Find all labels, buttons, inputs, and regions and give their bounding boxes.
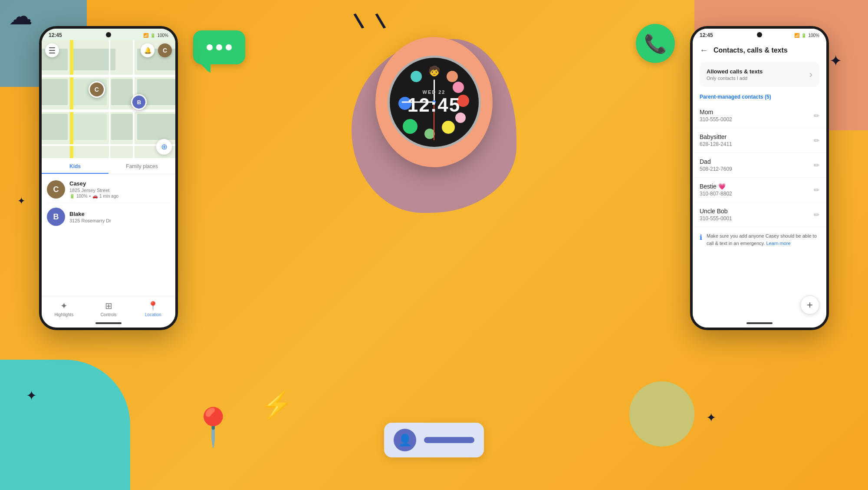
blake-avatar: B — [47, 208, 65, 226]
mom-info: Mom 310-555-0002 — [700, 109, 814, 122]
chat-dot-1 — [207, 44, 213, 50]
hamburger-button[interactable] — [45, 43, 59, 57]
chat-dot-3 — [226, 44, 232, 50]
left-home-indicator — [95, 322, 122, 324]
blake-name: Blake — [69, 211, 170, 217]
dad-phone: 508-212-7609 — [700, 166, 814, 172]
right-phone-time: 12:45 — [700, 32, 713, 38]
allowed-calls-card[interactable]: Allowed calls & texts Only contacts I ad… — [700, 62, 819, 87]
babysitter-edit-icon[interactable]: ✏ — [814, 136, 819, 145]
contacts-title: Contacts, calls & texts — [713, 46, 788, 54]
uncle-bob-info: Uncle Bob 310-555-0001 — [700, 208, 814, 222]
bg-blob-teal — [0, 360, 130, 490]
cloud-doodle: ☁ — [9, 4, 33, 28]
back-button[interactable]: ← — [700, 45, 708, 55]
battery-label: 100% — [157, 33, 168, 38]
nav-location[interactable]: 📍 Location — [131, 296, 175, 321]
tab-kids[interactable]: Kids — [42, 158, 108, 174]
nav-highlights[interactable]: ✦ Highlights — [42, 296, 86, 321]
right-phone-status-bar: 12:45 📶 🔋 100% — [693, 29, 826, 40]
chevron-right-icon: › — [809, 69, 812, 80]
uncle-bob-phone: 310-555-0001 — [700, 215, 814, 222]
nav-controls[interactable]: ⊞ Controls — [86, 296, 131, 321]
contact-uncle-bob[interactable]: Uncle Bob 310-555-0001 ✏ — [693, 202, 826, 227]
watch-time-display: 12:45 — [408, 96, 461, 115]
svg-rect-14 — [42, 109, 175, 112]
diamond-doodle-1: ✦ — [26, 388, 37, 403]
notification-button[interactable]: 🔔 — [141, 43, 155, 57]
casey-info: Casey 1825 Jersey Street 🔋 100% • 🚗 1 mi… — [69, 180, 170, 199]
bestie-edit-icon[interactable]: ✏ — [814, 186, 819, 194]
profile-avatar-button[interactable]: C — [158, 43, 172, 57]
diamond-doodle-2: ✦ — [17, 195, 25, 207]
person-item-casey[interactable]: C Casey 1825 Jersey Street 🔋 100% • 🚗 1 … — [47, 176, 170, 203]
highlights-label: Highlights — [54, 312, 73, 317]
right-camera-hole — [757, 32, 762, 37]
my-location-button[interactable]: ⊕ — [156, 139, 172, 155]
left-phone-time: 12:45 — [49, 32, 62, 38]
user-popup[interactable]: 👤 — [384, 423, 484, 457]
uncle-bob-name: Uncle Bob — [700, 208, 814, 215]
mom-edit-icon[interactable]: ✏ — [814, 112, 819, 120]
popup-avatar: 👤 — [394, 429, 416, 451]
controls-label: Controls — [100, 312, 116, 317]
chat-dot-2 — [216, 44, 222, 50]
casey-name: Casey — [69, 180, 170, 187]
lightning-deco: ⚡ — [260, 390, 293, 420]
svg-rect-5 — [111, 79, 133, 105]
info-box: ℹ Make sure you add anyone Casey should … — [700, 232, 819, 247]
svg-rect-13 — [42, 75, 175, 77]
casey-time-ago: 1 min ago — [99, 194, 118, 199]
location-icon: 📍 — [148, 301, 158, 311]
svg-rect-17 — [109, 40, 110, 158]
blake-info: Blake 3125 Rosemarry Dr — [69, 211, 170, 223]
chat-bubble — [193, 30, 245, 64]
right-phone: 12:45 📶 🔋 100% ← Contacts, calls & texts… — [690, 26, 829, 330]
map-avatar-casey[interactable]: C — [89, 81, 105, 98]
babysitter-name: Babysitter — [700, 133, 814, 140]
contact-babysitter[interactable]: Babysitter 628-128-2411 ✏ — [693, 128, 826, 153]
babysitter-info: Babysitter 628-128-2411 — [700, 133, 814, 147]
casey-avatar: C — [47, 180, 65, 199]
dad-name: Dad — [700, 158, 814, 165]
left-phone: 12:45 📶 🔋 100% — [39, 26, 178, 330]
person-item-blake[interactable]: B Blake 3125 Rosemarry Dr — [47, 203, 170, 230]
dad-edit-icon[interactable]: ✏ — [814, 161, 819, 169]
svg-rect-8 — [42, 114, 68, 140]
diamond-doodle-4: ✦ — [706, 411, 716, 425]
contact-bestie[interactable]: Bestie 💗 310-807-8802 ✏ — [693, 178, 826, 202]
bestie-name: Bestie 💗 — [700, 183, 814, 190]
right-home-indicator — [746, 322, 773, 324]
left-camera-hole — [106, 32, 111, 37]
hamburger-line-3 — [49, 53, 55, 53]
blake-address: 3125 Rosemarry Dr — [69, 218, 170, 223]
tabs-row: Kids Family places — [42, 158, 175, 174]
phone-icon-circle: 📞 — [636, 24, 675, 63]
watch-time: 12:45 — [408, 94, 461, 116]
highlights-icon: ✦ — [60, 301, 68, 311]
right-status-icons: 📶 🔋 100% — [794, 33, 819, 38]
contacts-list: Mom 310-555-0002 ✏ Babysitter 628-128-24… — [693, 103, 826, 319]
babysitter-phone: 628-128-2411 — [700, 141, 814, 147]
contact-dad[interactable]: Dad 508-212-7609 ✏ — [693, 153, 826, 178]
tab-family-places[interactable]: Family places — [108, 158, 175, 174]
location-pin-deco: 📍 — [190, 405, 236, 449]
right-battery-label: 100% — [808, 33, 819, 38]
info-text-container: Make sure you add anyone Casey should be… — [707, 232, 819, 247]
smartwatch: 🧒 WED 22 12:45 — [375, 37, 493, 167]
hamburger-line-2 — [49, 50, 55, 51]
car-icon: 🚗 — [92, 194, 98, 199]
uncle-bob-edit-icon[interactable]: ✏ — [814, 211, 819, 219]
allowed-calls-text: Allowed calls & texts Only contacts I ad… — [707, 68, 763, 81]
fab-button[interactable]: + — [800, 295, 819, 315]
wifi-icon: 📶 — [143, 33, 148, 38]
bestie-info: Bestie 💗 310-807-8802 — [700, 183, 814, 197]
map-svg — [42, 40, 175, 158]
contact-mom[interactable]: Mom 310-555-0002 ✏ — [693, 103, 826, 128]
controls-icon: ⊞ — [105, 301, 112, 311]
svg-rect-3 — [42, 79, 68, 105]
svg-rect-10 — [111, 114, 133, 140]
learn-more-link[interactable]: Learn more — [766, 241, 790, 246]
section-label: Parent-managed contacts (5) — [693, 92, 826, 103]
casey-address: 1825 Jersey Street — [69, 188, 170, 193]
